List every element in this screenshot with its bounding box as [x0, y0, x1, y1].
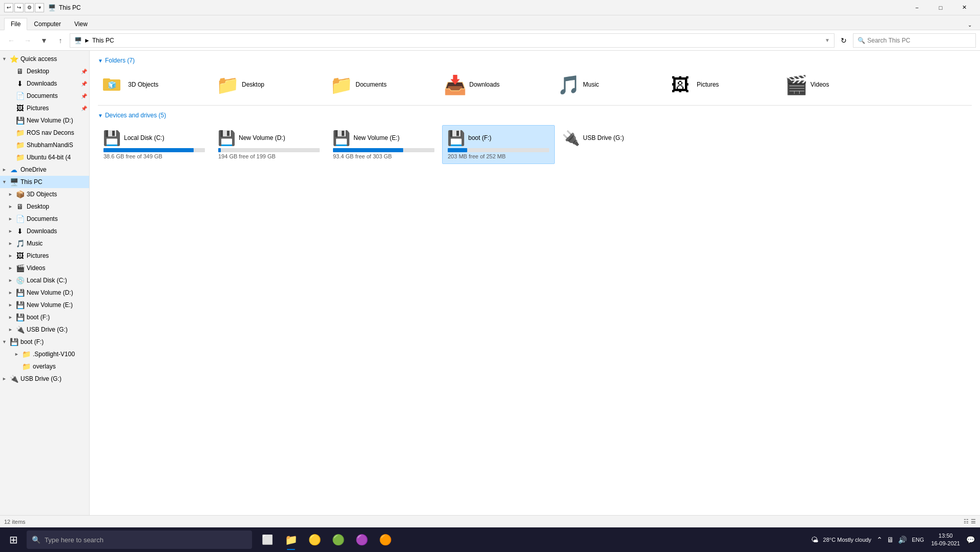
devices-section-header[interactable]: ▼ Devices and drives (5): [98, 112, 972, 119]
details-view-icon[interactable]: ☰: [971, 518, 976, 525]
chrome-taskbar-icon1[interactable]: 🟡: [303, 528, 326, 551]
drive-item-4[interactable]: 🔌 USB Drive (G:): [557, 125, 670, 164]
sidebar-item-videos[interactable]: ► 🎬 Videos: [0, 262, 89, 274]
sidebar-item-boot-f[interactable]: ► 💾 boot (F:): [0, 311, 89, 323]
drive-name: Local Disk (C:): [124, 134, 164, 141]
sidebar-item-quick-access[interactable]: ▼ ⭐ Quick access: [0, 53, 89, 65]
properties-btn[interactable]: ⚙: [25, 3, 34, 12]
back-button[interactable]: ←: [4, 33, 18, 48]
tab-file[interactable]: File: [4, 18, 27, 30]
sidebar-item-documents[interactable]: 📄 Documents 📌: [0, 90, 89, 102]
folder-item-pictures[interactable]: 🖼 Pictures: [666, 70, 779, 99]
sidebar-item-desktop[interactable]: 🖥 Desktop 📌: [0, 65, 89, 77]
network-icon[interactable]: 🖥: [886, 536, 895, 544]
folder-item-documents[interactable]: 📁 Documents: [325, 70, 438, 99]
folder-item-downloads[interactable]: 📥 Downloads: [439, 70, 552, 99]
sidebar-item-overlays[interactable]: 📁 overlays: [0, 360, 89, 373]
folders-section-header[interactable]: ▼ Folders (7): [98, 57, 972, 64]
sidebar-item-ros[interactable]: 📁 ROS nav Decons: [0, 127, 89, 139]
sidebar-item-usb-drive-g[interactable]: ► 🔌 USB Drive (G:): [0, 323, 89, 336]
sidebar-item-onedrive[interactable]: ► ☁ OneDrive: [0, 163, 89, 176]
sidebar-item-pictures[interactable]: 🖼 Pictures 📌: [0, 102, 89, 114]
sidebar-item-local-disk-c[interactable]: ► 💿 Local Disk (C:): [0, 274, 89, 287]
weather-text[interactable]: 28°C Mostly cloudy: [821, 537, 873, 543]
start-button[interactable]: ⊞: [2, 528, 25, 551]
folder-label: Documents: [356, 81, 387, 88]
app5-icon: 🟣: [356, 534, 368, 546]
taskbar-search-box[interactable]: 🔍 Type here to search: [27, 530, 252, 549]
sidebar-item-boot-f-expanded[interactable]: ▼ 💾 boot (F:): [0, 336, 89, 348]
chrome-taskbar-icon[interactable]: 🟢: [327, 528, 349, 551]
app6-taskbar-icon[interactable]: 🟠: [374, 528, 397, 551]
status-bar-view-controls[interactable]: ☷ ☰: [964, 518, 976, 525]
chrome-icon1: 🟡: [308, 534, 321, 546]
sidebar-item-this-pc[interactable]: ▼ 🖥️ This PC: [0, 176, 89, 188]
drive-info: 194 GB free of 199 GB: [218, 153, 320, 159]
sidebar-item-new-volume-e[interactable]: ► 💾 New Volume (E:): [0, 299, 89, 311]
dropdown-btn[interactable]: ▾: [35, 3, 44, 12]
speaker-icon[interactable]: 🔊: [897, 536, 908, 544]
close-button[interactable]: ✕: [952, 0, 976, 15]
task-view-button[interactable]: ⬜: [256, 528, 279, 551]
folder-icon-desktop: 📁: [216, 74, 237, 95]
search-box[interactable]: 🔍: [853, 33, 976, 48]
undo-btn[interactable]: ↩: [4, 3, 13, 12]
address-path[interactable]: 🖥️ ► This PC ▼: [70, 33, 835, 48]
folders-grid: 🧊 3D Objects 📁 Desktop 📁 Documents: [98, 70, 972, 99]
drive-header: 🔌 USB Drive (G:): [562, 130, 664, 146]
drive-item-3[interactable]: 💾 boot (F:) 203 MB free of 252 MB: [442, 125, 555, 164]
status-count: 12 items: [4, 519, 26, 525]
sidebar-item-music[interactable]: ► 🎵 Music: [0, 237, 89, 250]
drive-item-2[interactable]: 💾 New Volume (E:) 93.4 GB free of 303 GB: [327, 125, 440, 164]
sidebar-item-documents2[interactable]: ► 📄 Documents: [0, 213, 89, 225]
taskbar-clock[interactable]: 13:50 16-09-2021: [928, 532, 963, 548]
notification-icon[interactable]: 💬: [965, 536, 976, 544]
search-input[interactable]: [867, 37, 971, 44]
up-button[interactable]: ↑: [53, 33, 68, 48]
sidebar-item-ubuntu[interactable]: 📁 Ubuntu 64-bit (4: [0, 151, 89, 163]
status-bar: 12 items ☷ ☰: [0, 515, 980, 527]
list-view-icon[interactable]: ☷: [964, 518, 969, 525]
tab-view[interactable]: View: [68, 18, 94, 30]
file-explorer-taskbar-icon[interactable]: 📁: [280, 528, 302, 551]
pin-icon: 📌: [81, 93, 87, 99]
folder-item-desktop[interactable]: 📁 Desktop: [212, 70, 324, 99]
drive-item-0[interactable]: 💾 Local Disk (C:) 38.6 GB free of 349 GB: [98, 125, 211, 164]
ribbon-tabs[interactable]: File Computer View ⌄: [0, 15, 980, 30]
sidebar-item-3d-objects[interactable]: ► 📦 3D Objects: [0, 188, 89, 200]
forward-button[interactable]: →: [20, 33, 35, 48]
folder-item-music[interactable]: 🎵 Music: [553, 70, 665, 99]
tab-computer[interactable]: Computer: [27, 18, 68, 30]
sidebar-item-spotlight[interactable]: ► 📁 .Spotlight-V100: [0, 348, 89, 360]
drive-name: New Volume (D:): [239, 134, 285, 141]
recent-locations-button[interactable]: ▼: [37, 33, 51, 48]
maximize-button[interactable]: □: [929, 0, 952, 15]
address-dropdown-arrow[interactable]: ▼: [825, 37, 830, 43]
drive-item-1[interactable]: 💾 New Volume (D:) 194 GB free of 199 GB: [213, 125, 325, 164]
sidebar-item-downloads[interactable]: ⬇ Downloads 📌: [0, 77, 89, 90]
sidebar-item-desktop2[interactable]: ► 🖥 Desktop: [0, 200, 89, 213]
sidebar-item-shubham[interactable]: 📁 ShubhamNandiS: [0, 139, 89, 151]
language-indicator[interactable]: ENG: [910, 537, 926, 543]
quick-access-toolbar[interactable]: ↩ ↪ ⚙ ▾: [4, 3, 44, 12]
sidebar-item-new-volume-d[interactable]: 💾 New Volume (D:): [0, 114, 89, 127]
window-controls[interactable]: − □ ✕: [905, 0, 976, 15]
folder-icon-pictures: 🖼: [671, 74, 692, 95]
tray-expand-icon[interactable]: ⌃: [875, 536, 884, 544]
sidebar-item-new-volume-d2[interactable]: ► 💾 New Volume (D:): [0, 287, 89, 299]
folder-icon-documents: 📁: [330, 74, 350, 95]
drive-name: USB Drive (G:): [583, 134, 624, 141]
drive-header: 💾 New Volume (E:): [333, 130, 434, 146]
folder-item-videos[interactable]: 🎬 Videos: [780, 70, 893, 99]
refresh-button[interactable]: ↻: [837, 33, 851, 48]
sidebar-label-quick-access: Quick access: [20, 55, 57, 63]
sidebar-item-pictures2[interactable]: ► 🖼 Pictures: [0, 250, 89, 262]
sidebar-item-downloads2[interactable]: ► ⬇ Downloads: [0, 225, 89, 237]
system-tray: 🌤 28°C Mostly cloudy ⌃ 🖥 🔊 ENG: [810, 536, 926, 544]
sidebar-item-usb-g[interactable]: ► 🔌 USB Drive (G:): [0, 373, 89, 385]
minimize-button[interactable]: −: [905, 0, 929, 15]
redo-btn[interactable]: ↪: [14, 3, 24, 12]
folder-item-3d-objects[interactable]: 🧊 3D Objects: [98, 70, 211, 99]
ribbon-expand-button[interactable]: ⌄: [964, 20, 976, 30]
app5-taskbar-icon[interactable]: 🟣: [350, 528, 373, 551]
